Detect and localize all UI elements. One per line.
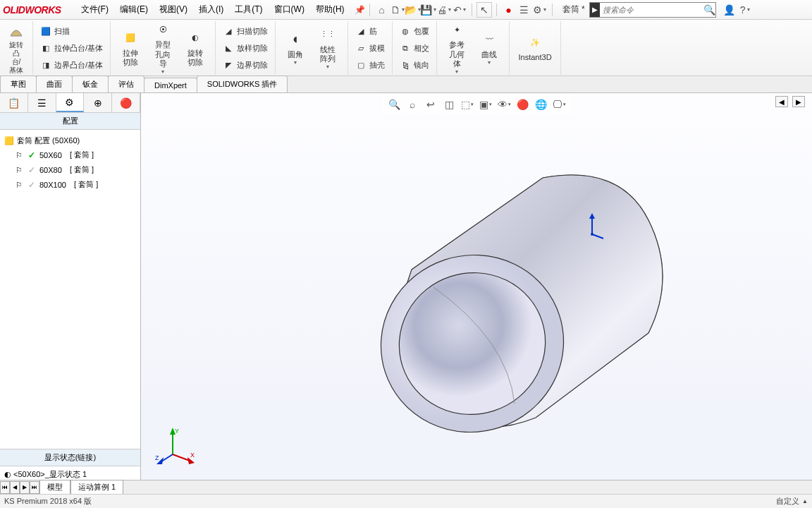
config-item-80x100[interactable]: ⚐ ✓ 80X100 [ 套筒 ] <box>3 177 137 192</box>
edit-appearance-icon[interactable]: 🔴 <box>514 96 531 113</box>
rib-button[interactable]: ◢筋 <box>352 23 380 39</box>
inactive-check-icon: ✓ <box>27 165 37 175</box>
menu-file[interactable]: 文件(F) <box>75 1 114 18</box>
svg-text:Y: Y <box>175 428 179 435</box>
mirror-button[interactable]: ⧎镜向 <box>397 57 432 73</box>
hide-show-icon[interactable]: 👁 <box>496 96 512 113</box>
select-icon[interactable]: ↖ <box>476 2 492 18</box>
fm-tab-dim-icon[interactable]: ⊕ <box>84 93 112 112</box>
draft-button[interactable]: ▱拔模 <box>352 40 388 56</box>
status-custom-label[interactable]: 自定义 <box>776 496 799 507</box>
home-icon[interactable]: ⌂ <box>374 2 390 18</box>
status-bar: KS Premium 2018 x64 版 自定义 ▲ <box>0 494 812 508</box>
config-item-50x60[interactable]: ⚐ ✓ 50X60 [ 套筒 ] <box>3 147 137 162</box>
bottom-tab-motion[interactable]: 运动算例 1 <box>70 480 123 495</box>
open-icon[interactable]: 📂 <box>405 2 421 18</box>
rebuild-icon[interactable]: ● <box>501 2 517 18</box>
revolve-boss-label: 旋转凸台/基体 <box>8 41 24 75</box>
wrap-button[interactable]: ◍包覆 <box>397 23 432 39</box>
fm-tab-appearance-icon[interactable]: 🔴 <box>112 93 140 112</box>
user-icon[interactable]: 👤 <box>722 2 737 18</box>
loft-cut-button[interactable]: ◣放样切除 <box>220 40 271 56</box>
menu-tools[interactable]: 工具(T) <box>229 1 268 18</box>
feature-manager-panel: 📋 ☰ ⚙ ⊕ 🔴 配置 🟨 套筒 配置 (50X60) ⚐ ✓ 50X60 [… <box>0 93 141 483</box>
settings-icon[interactable]: ⚙ <box>532 2 548 18</box>
command-tab-strip: 草图 曲面 钣金 评估 DimXpert SOLIDWORKS 插件 <box>0 76 812 93</box>
app-logo: OLIDWORKS <box>3 4 61 16</box>
btab-next-icon[interactable]: ▶ <box>20 481 30 494</box>
menu-help[interactable]: 帮助(H) <box>310 1 350 18</box>
state-icon: ◐ <box>4 470 11 478</box>
sweep-cut-button[interactable]: ◢扫描切除 <box>220 23 271 39</box>
svg-text:Z: Z <box>155 454 159 461</box>
instant3d-button[interactable]: ✨Instant3D <box>514 32 556 64</box>
display-style-icon[interactable]: ▣ <box>477 96 494 113</box>
menu-window[interactable]: 窗口(W) <box>269 1 310 18</box>
zoom-area-icon[interactable]: ⌕ <box>404 96 421 113</box>
config-item-60x80[interactable]: ⚐ ✓ 60X80 [ 套筒 ] <box>3 162 137 177</box>
print-icon[interactable]: 🖨 <box>436 2 452 18</box>
fm-tab-tree-icon[interactable]: 📋 <box>0 93 28 112</box>
linear-pattern-button[interactable]: ⋮⋮线性阵列▾ <box>312 24 343 72</box>
bottom-tab-strip: ⏮ ◀ ▶ ⏭ 模型 运动算例 1 <box>0 480 812 494</box>
section-view-icon[interactable]: ◫ <box>441 96 457 113</box>
hole-wizard-button[interactable]: ⦿异型孔向导▾ <box>147 19 178 76</box>
inactive-check-icon: ✓ <box>27 180 37 190</box>
tab-evaluate[interactable]: 评估 <box>108 75 144 92</box>
config-flag-icon: ⚐ <box>16 181 24 189</box>
view-triad-icon: Y X Z <box>155 426 197 468</box>
expand-tree-left-icon[interactable]: ◀ <box>775 96 788 107</box>
tab-sketch[interactable]: 草图 <box>0 75 37 92</box>
bottom-tab-model[interactable]: 模型 <box>39 480 70 495</box>
help-icon[interactable]: ? <box>737 2 753 18</box>
revolve-cut-button[interactable]: ◐旋转切除 <box>180 28 211 68</box>
tab-surface[interactable]: 曲面 <box>36 75 73 92</box>
expand-tree-right-icon[interactable]: ▶ <box>792 96 805 107</box>
btab-first-icon[interactable]: ⏮ <box>0 481 10 494</box>
extrude-cut-button[interactable]: 🟨拉伸切除 <box>115 28 146 68</box>
config-flag-icon: ⚐ <box>16 166 24 174</box>
origin-triad-icon <box>585 213 606 241</box>
prev-view-icon[interactable]: ↩ <box>422 96 439 113</box>
menu-view[interactable]: 视图(V) <box>154 1 193 18</box>
undo-icon[interactable]: ↶ <box>452 2 467 18</box>
zoom-fit-icon[interactable]: 🔍 <box>386 96 402 113</box>
config-root[interactable]: 🟨 套筒 配置 (50X60) <box>3 134 137 147</box>
status-caret-icon[interactable]: ▲ <box>802 498 808 504</box>
fillet-button[interactable]: ◖圆角▾ <box>280 29 311 68</box>
boundary-boss-button[interactable]: ◨边界凸台/基体 <box>37 57 106 73</box>
search-play-icon[interactable]: ▶ <box>590 3 600 17</box>
3d-viewport[interactable]: 🔍 ⌕ ↩ ◫ ⬚ ▣ 👁 🔴 🌐 🖵 ◀ ▶ <box>141 93 812 483</box>
view-settings-icon[interactable]: 🖵 <box>550 96 567 113</box>
ref-geometry-button[interactable]: ✦参考几何体▾ <box>441 19 472 76</box>
tab-sheetmetal[interactable]: 钣金 <box>72 75 109 92</box>
sweep-button[interactable]: 🟦扫描 <box>37 23 73 39</box>
curves-button[interactable]: 〰曲线▾ <box>474 29 505 68</box>
search-input[interactable] <box>600 6 703 14</box>
active-check-icon: ✓ <box>27 150 37 160</box>
new-icon[interactable]: 🗋 <box>390 2 405 18</box>
fm-tab-config-icon[interactable]: ⚙ <box>56 93 85 112</box>
options-list-icon[interactable]: ☰ <box>517 2 532 18</box>
tab-addins[interactable]: SOLIDWORKS 插件 <box>197 75 288 92</box>
btab-prev-icon[interactable]: ◀ <box>10 481 20 494</box>
revolve-boss-button[interactable]: 旋转凸台/基体 <box>4 20 28 76</box>
menu-insert[interactable]: 插入(I) <box>193 1 229 18</box>
menu-edit[interactable]: 编辑(E) <box>114 1 154 18</box>
boundary-cut-button[interactable]: ◤边界切除 <box>220 57 271 73</box>
part-icon: 🟨 <box>4 136 14 145</box>
shell-button[interactable]: ▢抽壳 <box>352 57 388 73</box>
3d-model[interactable] <box>367 150 691 446</box>
search-magnifier-icon[interactable]: 🔍 <box>703 4 715 16</box>
svg-point-5 <box>591 233 593 236</box>
fm-tab-property-icon[interactable]: ☰ <box>28 93 56 112</box>
pin-icon[interactable]: 📌 <box>355 5 365 15</box>
btab-last-icon[interactable]: ⏭ <box>30 481 39 494</box>
view-orientation-icon[interactable]: ⬚ <box>459 96 476 113</box>
save-icon[interactable]: 💾 <box>421 2 436 18</box>
extrude-boss-button[interactable]: ◧拉伸凸台/基体 <box>37 40 106 56</box>
apply-scene-icon[interactable]: 🌐 <box>532 96 549 113</box>
search-commands[interactable]: ▶ 🔍 <box>589 2 716 18</box>
tab-dimxpert[interactable]: DimXpert <box>144 78 197 92</box>
intersect-button[interactable]: ⧉相交 <box>397 40 432 56</box>
